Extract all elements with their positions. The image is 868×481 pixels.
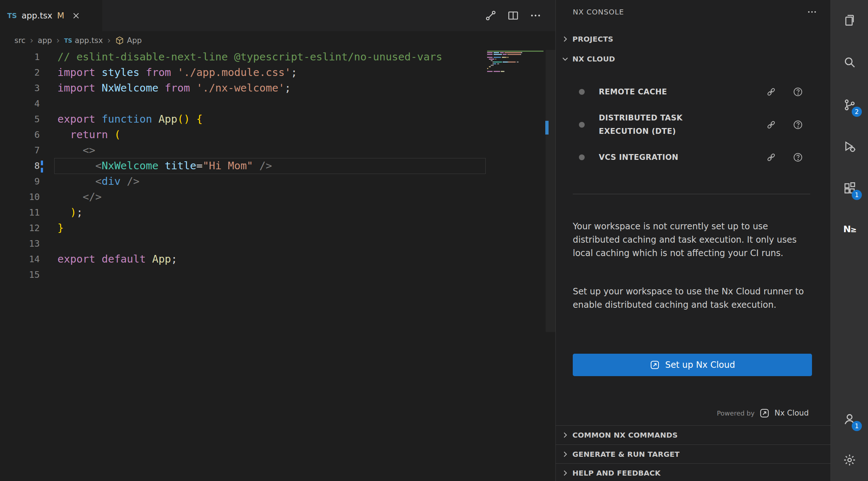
code-line-14[interactable]: 14export default App; [0,251,555,267]
code-text: </> [40,189,102,205]
split-editor-icon[interactable] [507,9,519,22]
line-number: 8 [0,158,40,174]
setup-button-label: Set up Nx Cloud [665,360,735,370]
more-actions-icon[interactable] [807,7,817,17]
git-modified-gutter-mark [41,161,43,165]
line-number: 7 [0,142,40,158]
code-line-6[interactable]: 6 return ( [0,127,555,142]
chevron-down-icon [561,55,570,63]
badge: 1 [852,421,862,431]
code-line-5[interactable]: 5export function App() { [0,111,555,127]
nx-cloud-logo-icon [650,360,660,370]
code-text: ); [40,205,83,220]
nx-cloud-item-label: REMOTE CACHE [599,85,714,99]
brand-label: Nx Cloud [774,409,809,417]
line-number: 1 [0,49,40,65]
status-bullet-icon [579,89,585,95]
code-line-7[interactable]: 7 <> [0,142,555,158]
line-number: 5 [0,111,40,127]
code-line-9[interactable]: 9 <div /> [0,174,555,189]
settings-icon[interactable] [831,453,868,468]
code-text: return ( [40,127,121,142]
line-number: 6 [0,127,40,142]
breadcrumb-item-app[interactable]: app [38,36,52,45]
breadcrumb-separator: › [30,35,34,46]
account-icon[interactable]: 1 [831,412,868,427]
code-line-12[interactable]: 12} [0,220,555,236]
breadcrumb-separator: › [56,35,60,46]
connect-icon[interactable] [766,86,777,97]
run-debug-icon[interactable] [831,140,868,154]
breadcrumb-label: App [127,36,142,45]
chevron-right-icon [561,450,570,459]
breadcrumb-separator: › [107,35,111,46]
extensions-icon[interactable]: 1 [831,181,868,196]
code-line-3[interactable]: 3import NxWelcome from './nx-welcome'; [0,80,555,96]
section-projects[interactable]: PROJECTS [556,29,830,49]
section-nx-cloud[interactable]: NX CLOUD [556,49,830,69]
tab-app-tsx[interactable]: TS app.tsx M [0,0,102,31]
files-icon[interactable] [831,13,868,28]
breadcrumb: src›app›TSapp.tsx›App [0,31,555,50]
code-line-4[interactable]: 4 [0,96,555,111]
panel-title: NX CONSOLE [573,8,624,16]
badge: 2 [852,107,862,117]
tab-bar: TS app.tsx M [0,0,555,31]
open-changes-icon[interactable] [485,9,497,22]
nx-console-icon[interactable]: N≥ [831,222,868,237]
code-line-2[interactable]: 2import styles from './app.module.css'; [0,65,555,80]
setup-instruction-text: Set up your workspace to use the Nx Clou… [573,285,804,312]
nx-console-panel: NX CONSOLE PROJECTS NX CLOUD REMOTE CACH… [555,0,830,481]
line-number: 15 [0,267,40,282]
nx-cloud-item-vcs-integration[interactable]: VCS INTEGRATION [556,148,830,167]
git-modified-gutter-mark [41,168,43,173]
code-line-10[interactable]: 10 </> [0,189,555,205]
code-line-11[interactable]: 11 ); [0,205,555,220]
help-icon[interactable] [792,86,803,97]
breadcrumb-item-src[interactable]: src [14,36,26,45]
typescript-file-icon: TS [64,37,72,44]
status-bullet-icon [579,154,585,160]
editor-region: TS app.tsx M src›app›TSapp.tsx›App 1// e… [0,0,555,481]
setup-nx-cloud-button[interactable]: Set up Nx Cloud [573,354,812,376]
help-icon[interactable] [792,152,803,163]
search-icon[interactable] [831,55,868,70]
section-common-nx-commands[interactable]: COMMON NX COMMANDS [556,425,830,444]
editor-scrollbar[interactable] [546,50,555,332]
close-tab-icon[interactable] [71,11,81,21]
more-actions-icon[interactable] [529,9,542,22]
section-label: NX CLOUD [572,55,615,63]
workspace-status-text: Your workspace is not currently set up t… [573,220,804,260]
breadcrumb-item-app-tsx[interactable]: TSapp.tsx [64,36,103,45]
line-number: 4 [0,96,40,111]
divider [573,194,810,194]
code-text: <div /> [40,174,139,189]
code-line-15[interactable]: 15 [0,267,555,282]
connect-icon[interactable] [766,119,777,130]
line-number: 9 [0,174,40,189]
code-line-13[interactable]: 13 [0,236,555,251]
minimap[interactable] [487,51,545,74]
nx-cloud-item-remote-cache[interactable]: REMOTE CACHE [556,82,830,101]
connect-icon[interactable] [766,152,777,163]
nx-cloud-item-distributed-task-execution-dte[interactable]: DISTRIBUTED TASK EXECUTION (DTE) [556,108,830,141]
section-help-and-feedback[interactable]: HELP AND FEEDBACK [556,463,830,481]
breadcrumb-item-app[interactable]: App [115,36,142,45]
help-icon[interactable] [792,119,803,130]
code-text [40,267,57,282]
git-modified-badge: M [57,11,64,20]
line-number: 2 [0,65,40,80]
section-generate-run-target[interactable]: GENERATE & RUN TARGET [556,444,830,464]
chevron-right-icon [561,469,570,477]
chevron-right-icon [561,431,570,439]
source-control-icon[interactable]: 2 [831,98,868,112]
tab-filename: app.tsx [22,11,52,20]
vscode-window: TS app.tsx M src›app›TSapp.tsx›App 1// e… [0,0,868,481]
nx-cloud-item-label: VCS INTEGRATION [599,151,714,164]
nx-cloud-logo-icon [759,408,770,418]
line-number: 11 [0,205,40,220]
code-line-1[interactable]: 1// eslint-disable-next-line @typescript… [0,49,555,65]
panel-header: NX CONSOLE [556,0,830,24]
section-label: COMMON NX COMMANDS [572,431,678,439]
section-label: PROJECTS [572,35,613,43]
